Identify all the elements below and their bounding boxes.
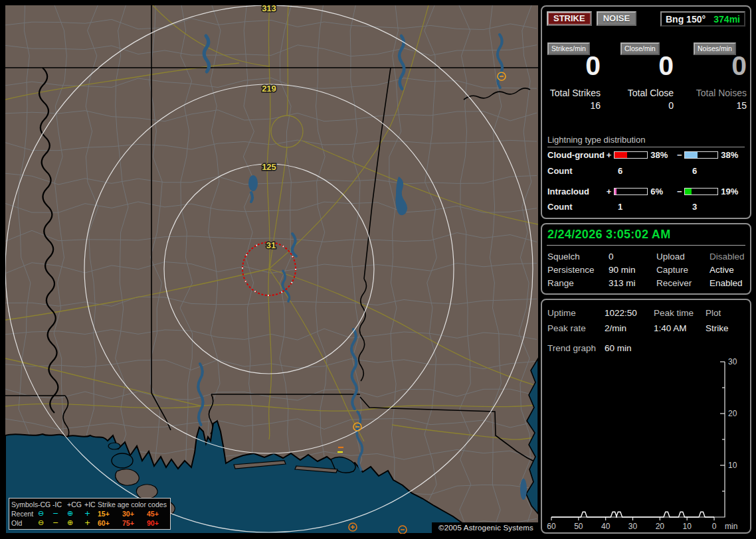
ic-positive-count: 1 bbox=[618, 202, 692, 212]
svg-text:219: 219 bbox=[262, 84, 276, 94]
total-close-value: 0 bbox=[616, 100, 674, 111]
cg-negative-pct: 38% bbox=[721, 150, 747, 160]
datetime-display: 2/24/2026 3:05:02 AM bbox=[547, 228, 670, 242]
svg-text:31: 31 bbox=[266, 240, 276, 250]
cg-negative-bar bbox=[684, 151, 718, 159]
cloud-ground-row: Cloud-ground + 38% − 38% bbox=[547, 150, 747, 160]
ic-negative-count: 3 bbox=[692, 202, 697, 212]
ic-negative-pct: 19% bbox=[721, 187, 747, 196]
svg-text:0: 0 bbox=[712, 522, 717, 531]
svg-text:30: 30 bbox=[728, 357, 737, 366]
legend-cg-pos-symbol: ⊕ bbox=[67, 518, 84, 528]
legend-age-header: Strike age color codes bbox=[98, 500, 168, 509]
lightning-monitor-app: 31321912531 Symbols -CG -IC +CG +IC Stri… bbox=[0, 0, 756, 539]
ic-positive-bar bbox=[614, 188, 648, 195]
total-close-label: Total Close bbox=[594, 88, 674, 98]
upload-status: Disabled bbox=[709, 252, 747, 262]
legend-age-30plus: 30+ bbox=[122, 509, 147, 518]
legend-ic-neg-symbol: − bbox=[52, 509, 67, 518]
svg-text:30: 30 bbox=[628, 522, 638, 531]
noises-counter-column: Noises/min 0 Total Noises 15 bbox=[690, 7, 747, 119]
strike-map[interactable]: 31321912531 Symbols -CG -IC +CG +IC Stri… bbox=[5, 5, 538, 534]
legend-col-cg-pos: +CG bbox=[67, 500, 84, 509]
legend-age-60plus: 60+ bbox=[98, 518, 122, 528]
legend-row-label-old: Old bbox=[11, 518, 38, 528]
legend-symbols-header: Symbols bbox=[11, 500, 38, 509]
map-legend: Symbols -CG -IC +CG +IC Strike age color… bbox=[9, 498, 171, 530]
legend-row-label-recent: Recent bbox=[11, 509, 38, 518]
legend-cg-pos-symbol: ⊕ bbox=[67, 509, 84, 518]
svg-text:min: min bbox=[725, 522, 737, 531]
strike-stats-panel: STRIKE NOISE Bng 150° 374mi Strikes/min … bbox=[541, 5, 751, 219]
legend-col-ic-neg: -IC bbox=[52, 500, 67, 509]
intracloud-label: Intracloud bbox=[547, 187, 607, 196]
legend-age-15plus: 15+ bbox=[98, 509, 122, 518]
noises-per-min-value: 0 bbox=[690, 49, 747, 82]
distribution-title: Lightning type distribution bbox=[547, 135, 745, 147]
minus-sign: − bbox=[677, 150, 684, 160]
svg-text:20: 20 bbox=[656, 522, 665, 531]
range-value: 313 mi bbox=[609, 278, 656, 288]
svg-text:50: 50 bbox=[574, 522, 583, 531]
cg-positive-count: 6 bbox=[618, 166, 692, 176]
svg-text:313: 313 bbox=[262, 5, 276, 13]
cg-positive-bar bbox=[614, 151, 648, 159]
upload-label: Upload bbox=[656, 252, 709, 262]
trend-graph: 6050403020100min102030 bbox=[542, 300, 753, 535]
squelch-label: Squelch bbox=[547, 252, 609, 262]
copyright-label: ©2005 Astrogenic Systems bbox=[432, 522, 538, 534]
ic-negative-bar bbox=[684, 188, 718, 195]
legend-age-45plus: 45+ bbox=[147, 509, 168, 518]
legend-col-ic-pos: +IC bbox=[84, 500, 98, 509]
legend-cg-neg-symbol: ⊖ bbox=[38, 509, 52, 518]
cg-negative-count: 6 bbox=[692, 166, 697, 176]
persistence-label: Persistence bbox=[547, 265, 609, 275]
legend-col-cg-neg: -CG bbox=[38, 500, 52, 509]
intracloud-count-row: Count 1 3 bbox=[547, 202, 697, 212]
cloud-ground-count-row: Count 6 6 bbox=[547, 166, 697, 176]
svg-text:10: 10 bbox=[728, 461, 737, 470]
svg-text:10: 10 bbox=[682, 522, 692, 531]
plus-sign: + bbox=[607, 187, 614, 196]
trend-panel: Uptime 1022:50 Peak time Plot Peak rate … bbox=[541, 299, 751, 534]
total-noises-value: 15 bbox=[690, 100, 747, 111]
persistence-value: 90 min bbox=[609, 265, 656, 275]
legend-age-75plus: 75+ bbox=[122, 518, 147, 528]
cg-positive-pct: 38% bbox=[650, 150, 677, 160]
svg-text:40: 40 bbox=[601, 522, 611, 531]
plus-sign: + bbox=[607, 150, 614, 160]
map-canvas: 31321912531 bbox=[5, 5, 538, 534]
svg-text:20: 20 bbox=[728, 409, 737, 418]
legend-cg-neg-symbol: ⊖ bbox=[38, 518, 52, 528]
svg-text:125: 125 bbox=[262, 162, 276, 172]
close-per-min-value: 0 bbox=[616, 49, 674, 82]
receiver-label: Receiver bbox=[656, 278, 709, 288]
count-label: Count bbox=[547, 202, 618, 212]
divider bbox=[547, 245, 745, 246]
svg-text:60: 60 bbox=[547, 522, 556, 531]
minus-sign: − bbox=[677, 187, 684, 196]
ic-positive-pct: 6% bbox=[650, 187, 677, 196]
close-counter-column: Close/min 0 Total Close 0 bbox=[616, 7, 674, 119]
intracloud-row: Intracloud + 6% − 19% bbox=[547, 187, 747, 196]
cloud-ground-label: Cloud-ground bbox=[547, 150, 607, 160]
total-strikes-label: Total Strikes bbox=[521, 88, 601, 98]
system-settings-panel: 2/24/2026 3:05:02 AM Squelch 0 Upload Di… bbox=[541, 223, 751, 295]
strikes-per-min-value: 0 bbox=[543, 49, 601, 82]
receiver-status: Enabled bbox=[709, 278, 747, 288]
strikes-counter-column: Strikes/min 0 Total Strikes 16 bbox=[543, 7, 601, 119]
legend-ic-neg-symbol: − bbox=[52, 518, 67, 528]
legend-ic-pos-symbol: + bbox=[84, 518, 98, 528]
count-label: Count bbox=[547, 166, 618, 176]
capture-status: Active bbox=[709, 265, 747, 275]
squelch-value: 0 bbox=[609, 252, 656, 262]
legend-age-90plus: 90+ bbox=[147, 518, 168, 528]
total-strikes-value: 16 bbox=[543, 100, 601, 111]
capture-label: Capture bbox=[656, 265, 709, 275]
range-label: Range bbox=[547, 278, 609, 288]
total-noises-label: Total Noises bbox=[667, 88, 747, 98]
legend-ic-pos-symbol: + bbox=[84, 509, 98, 518]
